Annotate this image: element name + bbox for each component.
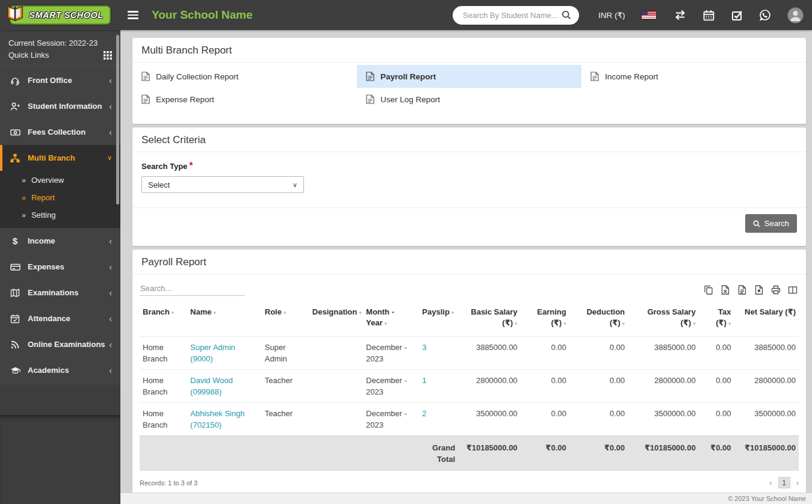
sidebar-item-examinations[interactable]: Examinations ‹	[0, 280, 120, 306]
sidebar-item-student-information[interactable]: Student Information ‹	[0, 93, 120, 119]
cell-name: David Wood (099988)	[187, 370, 262, 403]
grand-total-label: Grand Total	[419, 436, 458, 472]
cell-role: Teacher	[262, 403, 309, 436]
search-type-select[interactable]: Select ∨	[141, 176, 304, 193]
print-icon[interactable]	[770, 284, 782, 296]
user-avatar[interactable]	[787, 7, 804, 23]
grid-icon[interactable]	[104, 51, 112, 60]
col-earning[interactable]: Earning (₹)▾	[521, 301, 569, 337]
pagination-page-1[interactable]: 1	[778, 477, 790, 488]
payslip-link[interactable]: 1	[422, 376, 426, 385]
sidebar-scrollbar[interactable]	[116, 35, 119, 204]
table-toolbar	[140, 281, 799, 296]
pagination: ‹ 1 ›	[769, 477, 799, 488]
chevron-left-icon: ‹	[109, 76, 112, 85]
sidebar-item-expenses[interactable]: Expenses ‹	[0, 254, 120, 280]
sidebar-item-label: Student Information	[28, 102, 109, 111]
file-text-icon	[141, 94, 150, 104]
sort-icon: ▾	[284, 310, 287, 316]
table-search-input[interactable]	[140, 281, 245, 296]
sort-icon: ▾	[728, 321, 731, 327]
search-button[interactable]: Search	[745, 214, 797, 233]
employee-link[interactable]: David Wood (099988)	[190, 376, 233, 396]
col-branch[interactable]: Branch▾	[140, 301, 187, 337]
col-gross-salary[interactable]: Gross Salary (₹)▾	[628, 301, 699, 337]
sidebar-item-label: Academics	[28, 366, 109, 375]
app-logo[interactable]: SMART SCHOOL	[0, 0, 120, 30]
payslip-link[interactable]: 2	[422, 409, 426, 418]
logo-text: SMART SCHOOL	[29, 10, 103, 20]
sidebar-subitem-label: Overview	[31, 176, 64, 185]
cell-role: Teacher	[262, 370, 309, 403]
report-link-label: Payroll Report	[380, 72, 436, 81]
sidebar-item-fees-collection[interactable]: Fees Collection ‹	[0, 119, 120, 145]
cell-month-year: December - 2023	[363, 403, 419, 436]
col-payslip[interactable]: Payslip▾	[419, 301, 458, 337]
payslip-link[interactable]: 3	[422, 343, 426, 352]
sidebar-item-academics[interactable]: Academics ‹	[0, 357, 120, 383]
cell-branch: Home Branch	[140, 337, 187, 370]
exchange-arrows-icon[interactable]	[674, 9, 686, 21]
cell-net-salary: 2800000.00	[734, 370, 799, 403]
sidebar-item-label: Attendance	[28, 314, 109, 323]
logo-badge: SMART SCHOOL	[10, 5, 110, 25]
sidebar-item-label: Multi Branch	[28, 153, 107, 162]
criteria-form: Search Type* Select ∨	[132, 152, 806, 193]
sort-icon: ▾	[693, 321, 696, 327]
report-link-payroll[interactable]: Payroll Report	[357, 65, 581, 88]
column-visibility-icon[interactable]	[787, 284, 799, 296]
sidebar-item-multi-branch[interactable]: Multi Branch ∨	[0, 145, 120, 171]
calendar-icon[interactable]	[702, 9, 714, 21]
col-net-salary[interactable]: Net Salary (₹)	[734, 301, 799, 337]
col-role[interactable]: Role▾	[262, 301, 309, 337]
cell-gross-salary: 3885000.00	[628, 337, 699, 370]
grand-total-earning: ₹0.00	[521, 436, 569, 472]
col-basic-salary[interactable]: Basic Salary (₹)▾	[458, 301, 520, 337]
sidebar-subitem-report[interactable]: » Report	[0, 189, 120, 206]
payroll-table: Branch▾ Name▾ Role▾ Designation▾ Month -…	[140, 301, 799, 471]
student-search-input[interactable]	[463, 6, 558, 25]
sidebar-item-lesson-plan[interactable]: Lesson Plan ‹	[0, 383, 120, 385]
sidebar-item-front-office[interactable]: Front Office ‹	[0, 67, 120, 93]
report-link-daily-collection[interactable]: Daily Collection Report	[132, 65, 357, 88]
employee-link[interactable]: Abhishek Singh (702150)	[190, 409, 244, 429]
export-pdf-icon[interactable]	[753, 284, 765, 296]
sidebar-subitem-setting[interactable]: » Setting	[0, 206, 120, 224]
search-icon[interactable]	[562, 10, 571, 20]
table-row: Home Branch Super Admin (9000) Super Adm…	[140, 337, 799, 370]
cell-basic-salary: 3500000.00	[458, 403, 520, 436]
report-link-income[interactable]: Income Report	[581, 65, 806, 88]
headset-icon	[10, 76, 20, 85]
col-deduction[interactable]: Deduction (₹)▾	[569, 301, 628, 337]
sidebar-item-attendance[interactable]: Attendance ‹	[0, 306, 120, 331]
employee-link[interactable]: Super Admin (9000)	[190, 343, 235, 363]
sort-icon: ▾	[214, 310, 217, 316]
pagination-next-icon[interactable]: ›	[796, 478, 799, 487]
sidebar-item-online-examinations[interactable]: Online Examinations ‹	[0, 331, 120, 357]
col-month-year[interactable]: Month - Year▾	[363, 301, 419, 337]
currency-label[interactable]: INR (₹)	[598, 10, 625, 20]
language-flag-us-icon[interactable]	[642, 11, 656, 19]
pagination-prev-icon[interactable]: ‹	[769, 478, 772, 487]
col-designation[interactable]: Designation▾	[309, 301, 363, 337]
whatsapp-icon[interactable]	[759, 9, 771, 21]
sidebar-toggle-button[interactable]	[128, 11, 138, 19]
sidebar-subitem-overview[interactable]: » Overview	[0, 171, 120, 189]
book-pen-logo-icon	[6, 5, 24, 22]
report-link-user-log[interactable]: User Log Report	[357, 88, 581, 111]
multi-branch-submenu: » Overview » Report » Setting	[0, 171, 120, 228]
navbar-right-group: INR (₹)	[453, 6, 812, 25]
cell-deduction: 0.00	[569, 403, 628, 436]
task-check-icon[interactable]	[731, 9, 743, 21]
report-link-expense[interactable]: Expense Report	[132, 88, 357, 111]
grand-total-gross: ₹10185000.00	[628, 436, 699, 472]
copy-icon[interactable]	[702, 284, 714, 296]
cell-net-salary: 3500000.00	[734, 403, 799, 436]
col-tax[interactable]: Tax (₹)▾	[699, 301, 734, 337]
sidebar-item-income[interactable]: $ Income ‹	[0, 228, 120, 254]
col-name[interactable]: Name▾	[187, 301, 262, 337]
chevron-left-icon: ‹	[109, 237, 112, 245]
export-csv-icon[interactable]	[736, 284, 748, 296]
export-excel-icon[interactable]	[719, 284, 731, 296]
sidebar-bottom-area	[0, 415, 120, 504]
